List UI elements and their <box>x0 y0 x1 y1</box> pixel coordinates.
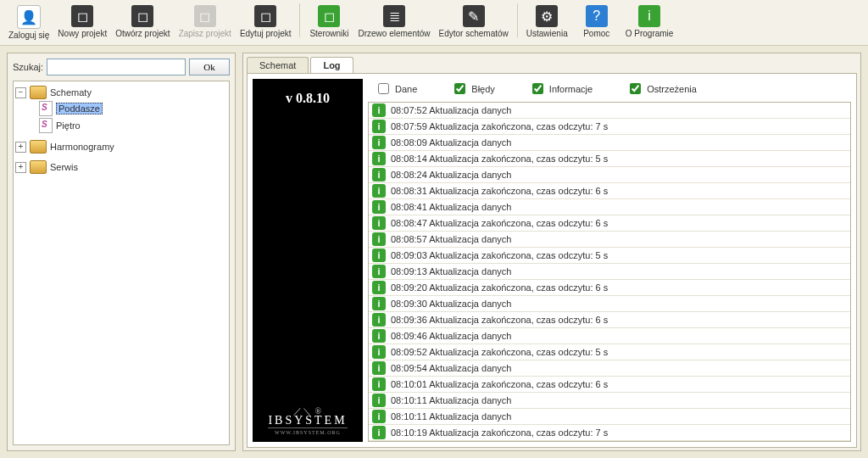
tree-label: Poddasze <box>56 103 103 114</box>
log-text: 08:08:47 Aktualizacja zakończona, czas o… <box>391 218 608 228</box>
log-text: 08:08:09 Aktualizacja danych <box>391 137 512 148</box>
search-input[interactable] <box>47 59 186 75</box>
log-row[interactable]: i08:09:13 Aktualizacja danych <box>369 264 850 280</box>
tree-node-poddasze[interactable]: Poddasze <box>39 100 227 117</box>
log-text: 08:09:13 Aktualizacja danych <box>391 266 512 276</box>
filter-checkbox[interactable] <box>630 83 641 94</box>
toolbar-zapisz-projekt: ◻Zapisz projekt <box>175 3 235 40</box>
filter-checkbox[interactable] <box>378 83 389 94</box>
search-label: Szukaj: <box>13 62 43 72</box>
tree-node-pietro[interactable]: Piętro <box>39 117 227 134</box>
log-row[interactable]: i08:08:24 Aktualizacja danych <box>369 167 850 183</box>
log-text: 08:09:52 Aktualizacja zakończona, czas o… <box>391 347 608 357</box>
tree-node-serwis[interactable]: + Serwis <box>15 159 227 175</box>
log-row[interactable]: i08:09:30 Aktualizacja danych <box>369 296 850 312</box>
log-row[interactable]: i08:10:11 Aktualizacja danych <box>369 409 850 425</box>
info-icon: i <box>372 168 386 182</box>
folder-icon <box>30 140 47 154</box>
log-row[interactable]: i08:09:03 Aktualizacja zakończona, czas … <box>369 248 850 264</box>
toolbar-edytor-schematów[interactable]: ✎Edytor schematów <box>436 3 512 40</box>
log-text: 08:10:11 Aktualizacja danych <box>391 411 512 422</box>
expand-icon[interactable]: + <box>15 162 26 173</box>
toolbar-ustawienia[interactable]: ⚙Ustawienia <box>523 3 571 40</box>
tree-node-harmonogramy[interactable]: + Harmonogramy <box>15 139 227 154</box>
toolbar-label: Zaloguj się <box>8 31 49 40</box>
toolbar-label: Pomoc <box>583 29 609 38</box>
info-icon: i <box>372 426 386 439</box>
tab-schemat[interactable]: Schemat <box>247 57 309 73</box>
info-icon: i <box>372 329 386 343</box>
brand-logo: ／＼ ® IBSYSTEM WWW.IBSYSTEM.ORG <box>268 405 347 435</box>
log-row[interactable]: i08:09:20 Aktualizacja zakończona, czas … <box>369 280 850 296</box>
log-row[interactable]: i08:09:52 Aktualizacja zakończona, czas … <box>369 344 850 360</box>
project-tree[interactable]: − Schematy Poddasze Piętro + <box>13 81 230 445</box>
tree-label: Harmonogramy <box>50 142 114 152</box>
log-row[interactable]: i08:10:01 Aktualizacja zakończona, czas … <box>369 377 850 393</box>
log-row[interactable]: i08:08:09 Aktualizacja danych <box>369 135 850 151</box>
filter-checkbox[interactable] <box>532 83 543 94</box>
info-icon: i <box>372 216 386 230</box>
toolbar-pomoc[interactable]: ?Pomoc <box>573 3 620 40</box>
toolbar-icon: ◻ <box>254 5 276 27</box>
log-row[interactable]: i08:08:47 Aktualizacja zakończona, czas … <box>369 215 850 232</box>
folder-icon <box>30 86 47 99</box>
toolbar-zaloguj-się[interactable]: 👤Zaloguj się <box>5 3 53 42</box>
tree-node-schematy[interactable]: − Schematy <box>15 85 227 100</box>
log-text: 08:07:52 Aktualizacja danych <box>391 105 512 115</box>
tree-label: Piętro <box>56 120 81 131</box>
toolbar-o-programie[interactable]: iO Programie <box>622 3 677 40</box>
log-row[interactable]: i08:09:46 Aktualizacja danych <box>369 328 850 344</box>
toolbar-icon: ≣ <box>383 5 405 27</box>
toolbar-nowy-projekt[interactable]: ◻Nowy projekt <box>54 3 110 40</box>
log-text: 08:07:59 Aktualizacja zakończona, czas o… <box>391 121 608 131</box>
search-bar: Szukaj: Ok <box>13 59 230 75</box>
log-row[interactable]: i08:08:41 Aktualizacja danych <box>369 199 850 215</box>
log-row[interactable]: i08:07:52 Aktualizacja danych <box>369 103 850 119</box>
toolbar-icon: ✎ <box>463 5 485 27</box>
log-row[interactable]: i08:08:31 Aktualizacja zakończona, czas … <box>369 183 850 199</box>
toolbar-icon: 👤 <box>17 5 41 29</box>
toolbar-otwórz-projekt[interactable]: ◻Otwórz projekt <box>112 3 173 40</box>
filter-dane[interactable]: Dane <box>375 81 417 97</box>
log-row[interactable]: i08:09:36 Aktualizacja zakończona, czas … <box>369 312 850 328</box>
filter-checkbox[interactable] <box>454 83 465 94</box>
tree-label: Serwis <box>50 162 78 172</box>
toolbar-edytuj-projekt[interactable]: ◻Edytuj projekt <box>236 3 295 40</box>
toolbar-drzewo-elementów[interactable]: ≣Drzewo elementów <box>354 3 433 40</box>
toolbar-sterowniki[interactable]: ◻Sterowniki <box>305 3 353 40</box>
log-row[interactable]: i08:10:19 Aktualizacja zakończona, czas … <box>369 425 850 441</box>
brand-url: WWW.IBSYSTEM.ORG <box>268 427 347 435</box>
body: Szukaj: Ok − Schematy Poddasze <box>0 46 868 458</box>
schema-icon <box>39 118 53 133</box>
log-row[interactable]: i08:07:59 Aktualizacja zakończona, czas … <box>369 119 850 135</box>
log-row[interactable]: i08:08:14 Aktualizacja zakończona, czas … <box>369 151 850 167</box>
tab-log[interactable]: Log <box>310 57 353 73</box>
log-list[interactable]: i08:07:52 Aktualizacja danychi08:07:59 A… <box>368 102 851 442</box>
expand-icon[interactable]: + <box>15 142 26 153</box>
filter-ostrzeżenia[interactable]: Ostrzeżenia <box>626 81 697 97</box>
log-text: 08:08:31 Aktualizacja zakończona, czas o… <box>391 186 608 196</box>
main-toolbar: 👤Zaloguj się◻Nowy projekt◻Otwórz projekt… <box>0 0 868 46</box>
filter-label: Błędy <box>471 84 495 94</box>
collapse-icon[interactable]: − <box>15 87 26 98</box>
log-row[interactable]: i08:09:54 Aktualizacja danych <box>369 360 850 377</box>
log-row[interactable]: i08:08:57 Aktualizacja danych <box>369 232 850 248</box>
info-icon: i <box>372 120 386 133</box>
tab-body: v 0.8.10 ／＼ ® IBSYSTEM WWW.IBSYSTEM.ORG … <box>247 73 857 448</box>
filter-informacje[interactable]: Informacje <box>529 81 593 97</box>
left-panel: Szukaj: Ok − Schematy Poddasze <box>7 53 236 451</box>
brand-name: IBSYSTEM <box>268 414 347 427</box>
filter-błędy[interactable]: Błędy <box>451 81 495 97</box>
info-icon: i <box>372 297 386 310</box>
toolbar-icon: ⚙ <box>536 5 558 27</box>
log-text: 08:09:36 Aktualizacja zakończona, czas o… <box>391 315 608 325</box>
info-icon: i <box>372 313 386 327</box>
toolbar-label: Sterowniki <box>309 29 348 38</box>
log-area: DaneBłędyInformacjeOstrzeżenia i08:07:52… <box>368 79 851 442</box>
folder-icon <box>30 160 47 174</box>
search-button[interactable]: Ok <box>189 59 230 75</box>
version-panel: v 0.8.10 ／＼ ® IBSYSTEM WWW.IBSYSTEM.ORG <box>253 79 363 442</box>
log-row[interactable]: i08:10:11 Aktualizacja danych <box>369 393 850 409</box>
log-text: 08:08:24 Aktualizacja danych <box>391 170 512 180</box>
log-text: 08:10:01 Aktualizacja zakończona, czas o… <box>391 379 608 389</box>
